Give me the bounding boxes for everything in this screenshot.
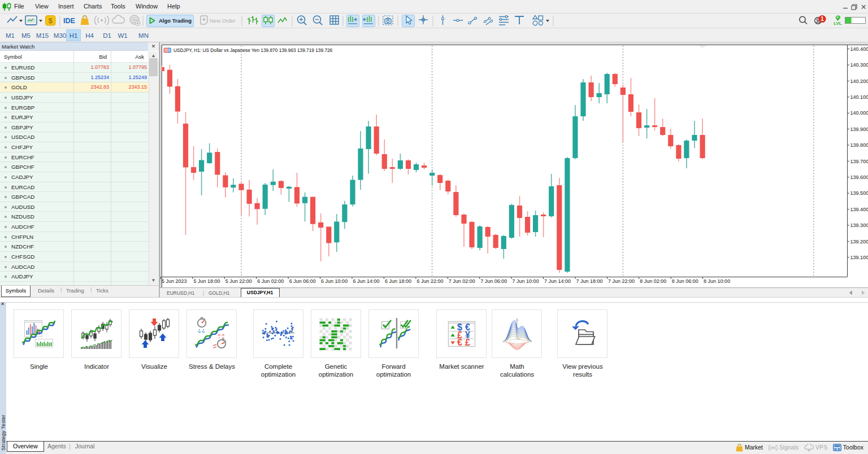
- svg-text:8 Jun 10:00: 8 Jun 10:00: [704, 278, 730, 284]
- svg-text:6 Jun 18:00: 6 Jun 18:00: [385, 278, 411, 284]
- svg-text:£: £: [465, 338, 470, 347]
- svg-text:6 Jun 10:00: 6 Jun 10:00: [321, 278, 348, 284]
- svg-text:6 Jun 06:00: 6 Jun 06:00: [289, 278, 316, 284]
- svg-text:140.100: 140.100: [850, 94, 868, 100]
- svg-text:139.300: 139.300: [850, 222, 868, 228]
- svg-text:7 Jun 18:00: 7 Jun 18:00: [576, 278, 603, 284]
- svg-text:6 Jun 14:00: 6 Jun 14:00: [353, 278, 380, 284]
- svg-text:€: €: [457, 338, 462, 347]
- svg-text:6 Jun 02:00: 6 Jun 02:00: [257, 278, 284, 284]
- svg-text:140.300: 140.300: [850, 62, 868, 68]
- svg-text:7 Jun 14:00: 7 Jun 14:00: [544, 278, 571, 284]
- svg-text:7 Jun 10:00: 7 Jun 10:00: [513, 278, 539, 284]
- svg-text:5 Jun 22:00: 5 Jun 22:00: [225, 278, 252, 284]
- svg-text:7 Jun 22:00: 7 Jun 22:00: [608, 278, 635, 284]
- svg-text:139.800: 139.800: [850, 142, 868, 148]
- svg-text:7 Jun 02:00: 7 Jun 02:00: [449, 278, 475, 284]
- svg-text:7 Jun 06:00: 7 Jun 06:00: [480, 278, 507, 284]
- svg-text:139.900: 139.900: [850, 126, 868, 132]
- svg-text:139.600: 139.600: [850, 174, 868, 180]
- svg-text:140.000: 140.000: [850, 110, 868, 116]
- svg-text:USDJPY, H1: US Dollar vs Japa: USDJPY, H1: US Dollar vs Japanese Yen 13…: [173, 47, 333, 53]
- svg-text:6 Jun 22:00: 6 Jun 22:00: [416, 278, 443, 284]
- svg-text:139.100: 139.100: [850, 255, 868, 260]
- svg-text:140.200: 140.200: [850, 78, 868, 84]
- svg-text:5 Jun 18:00: 5 Jun 18:00: [193, 278, 220, 284]
- svg-text:8 Jun 02:00: 8 Jun 02:00: [640, 278, 666, 284]
- svg-text:139.500: 139.500: [850, 190, 868, 196]
- svg-text:139.200: 139.200: [850, 239, 868, 245]
- svg-text:8 Jun 06:00: 8 Jun 06:00: [672, 278, 698, 284]
- svg-text:139.400: 139.400: [850, 207, 868, 212]
- svg-text:139.700: 139.700: [850, 159, 868, 164]
- svg-text:5 Jun 2023: 5 Jun 2023: [162, 278, 187, 284]
- svg-text:140.400: 140.400: [850, 46, 868, 52]
